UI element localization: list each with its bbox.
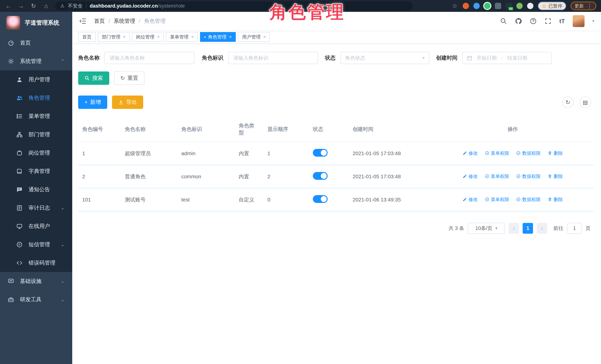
- sidebar-item-dev-tools[interactable]: 研发工具 ⌄: [0, 290, 72, 309]
- status-toggle-on[interactable]: [313, 195, 328, 203]
- sidebar-item-users[interactable]: 用户管理: [0, 70, 72, 89]
- edit-link[interactable]: 修改: [463, 173, 478, 179]
- tab-user[interactable]: 用户管理×: [238, 32, 270, 42]
- help-icon[interactable]: [530, 18, 537, 25]
- avatar-caret-icon[interactable]: ▾: [592, 19, 594, 23]
- extension-icon[interactable]: [463, 3, 469, 9]
- sidebar-item-roles[interactable]: 角色管理: [0, 89, 72, 107]
- close-icon[interactable]: ×: [157, 34, 160, 39]
- search-icon[interactable]: [500, 18, 507, 25]
- date-range-picker[interactable]: 开始日期 - 结束日期: [462, 52, 551, 64]
- sidebar-item-dict[interactable]: 字典管理: [0, 162, 72, 180]
- edit-link[interactable]: 修改: [463, 150, 478, 156]
- role-name-input[interactable]: [104, 52, 194, 64]
- tab-label: 部门管理: [102, 34, 120, 40]
- add-button[interactable]: + 新增: [78, 96, 107, 109]
- sidebar-item-posts[interactable]: 岗位管理: [0, 144, 72, 162]
- sidebar-item-online-users[interactable]: 在线用户: [0, 217, 72, 235]
- column-settings-button[interactable]: ▤: [580, 97, 591, 108]
- data-permission-link[interactable]: 数据权限: [516, 150, 541, 156]
- col-role-id: 角色编号: [78, 117, 121, 142]
- data-permission-link[interactable]: 数据权限: [516, 197, 541, 203]
- sidebar-item-label: 首页: [20, 39, 31, 47]
- current-page-button[interactable]: 1: [523, 223, 533, 234]
- close-icon[interactable]: ×: [123, 34, 126, 39]
- extension-tray: ☆ on ☺ 已暂停 更新 ⋮: [451, 2, 596, 10]
- sidebar-item-home[interactable]: 首页: [0, 34, 72, 52]
- home-icon[interactable]: ⌂: [43, 3, 50, 9]
- menu-permission-link[interactable]: 菜单权限: [485, 197, 509, 203]
- delete-link[interactable]: 删除: [548, 197, 563, 203]
- system-submenu: 用户管理 角色管理 菜单管理 部门管理 岗位管理 字典管理: [0, 70, 72, 272]
- data-permission-link[interactable]: 数据权限: [516, 173, 541, 179]
- sidebar-item-sms[interactable]: 短信管理 ⌄: [0, 235, 72, 254]
- refresh-table-button[interactable]: ↻: [562, 97, 574, 108]
- font-size-icon[interactable]: tT: [559, 18, 565, 25]
- tab-home[interactable]: 首页: [78, 32, 96, 42]
- close-icon[interactable]: ×: [263, 34, 266, 39]
- extension-icon[interactable]: on: [506, 3, 512, 9]
- status-toggle-on[interactable]: [313, 172, 328, 180]
- monitor-icon: [8, 278, 14, 284]
- status-select[interactable]: 角色状态 ▾: [341, 52, 429, 64]
- org-tree-icon: [16, 131, 23, 138]
- github-icon[interactable]: [515, 18, 522, 25]
- menu-permission-link[interactable]: 菜单权限: [485, 173, 509, 179]
- prev-page-button[interactable]: ‹: [509, 223, 519, 234]
- not-secure-label[interactable]: 不安全: [68, 3, 83, 9]
- search-button[interactable]: 搜索: [78, 71, 109, 85]
- close-icon[interactable]: ×: [191, 34, 194, 39]
- role-key-input[interactable]: [228, 52, 318, 64]
- export-button[interactable]: 导出: [112, 96, 143, 109]
- user-avatar[interactable]: [573, 15, 584, 27]
- reload-icon[interactable]: ↻: [30, 3, 37, 9]
- edit-link[interactable]: 修改: [463, 197, 478, 203]
- sidebar-item-audit-log[interactable]: 审计日志 ⌄: [0, 199, 72, 217]
- reset-button[interactable]: ↻ 重置: [114, 71, 144, 85]
- breadcrumb-system[interactable]: 系统管理: [114, 17, 135, 25]
- extension-icon[interactable]: [516, 3, 523, 9]
- back-icon[interactable]: ←: [5, 3, 12, 9]
- forward-icon[interactable]: →: [17, 3, 24, 9]
- bookmark-star-icon[interactable]: ☆: [451, 3, 458, 9]
- navbar-actions: tT ▾: [500, 15, 594, 27]
- sidebar-item-infrastructure[interactable]: 基础设施 ⌄: [0, 272, 72, 290]
- delete-link[interactable]: 删除: [548, 150, 563, 156]
- col-status: 状态: [309, 117, 349, 142]
- profile-paused-chip[interactable]: ☺ 已暂停: [538, 2, 566, 10]
- extension-icon[interactable]: [527, 3, 533, 9]
- tab-role-active[interactable]: ●角色管理×: [200, 32, 236, 42]
- breadcrumb-home[interactable]: 首页: [94, 17, 105, 25]
- add-label: 新增: [90, 98, 101, 106]
- address-bar[interactable]: ⚠ 不安全 dashboard.yudao.iocoder.cn/system/…: [55, 1, 413, 10]
- fullscreen-icon[interactable]: [544, 18, 551, 25]
- tab-menu[interactable]: 菜单管理×: [166, 32, 198, 42]
- sidebar-item-system[interactable]: 系统管理 ⌃: [0, 52, 72, 70]
- tab-post[interactable]: 岗位管理×: [132, 32, 164, 42]
- sidebar-fold-icon[interactable]: [79, 17, 87, 25]
- log-document-icon: [16, 205, 23, 211]
- extension-icon[interactable]: [473, 3, 480, 9]
- browser-menu-icon[interactable]: ⋮: [587, 3, 592, 9]
- goto-page-input[interactable]: [567, 223, 582, 234]
- extension-icon[interactable]: [484, 3, 491, 9]
- extension-icon[interactable]: [495, 3, 501, 9]
- sidebar-item-notice[interactable]: 通知公告: [0, 180, 72, 199]
- sidebar-logo[interactable]: 芋道管理系统: [0, 12, 72, 34]
- circle-check-icon: [516, 151, 521, 155]
- sidebar-item-menus[interactable]: 菜单管理: [0, 107, 72, 125]
- sidebar-item-depts[interactable]: 部门管理: [0, 125, 72, 144]
- update-chip[interactable]: 更新 ⋮: [571, 2, 596, 10]
- close-icon[interactable]: ×: [229, 34, 232, 39]
- cell-type: 内置: [235, 165, 263, 188]
- menu-permission-link[interactable]: 菜单权限: [485, 150, 509, 156]
- col-role-type: 角色类型: [235, 117, 263, 142]
- next-page-button[interactable]: ›: [537, 223, 547, 234]
- status-toggle-on[interactable]: [313, 149, 328, 157]
- role-name-label: 角色名称: [78, 54, 100, 62]
- sidebar-item-error-codes[interactable]: 错误码管理: [0, 254, 72, 272]
- page-size-select[interactable]: 10条/页 ▾: [468, 223, 505, 234]
- tab-label: 角色管理: [208, 34, 227, 40]
- delete-link[interactable]: 删除: [548, 173, 563, 179]
- tab-dept[interactable]: 部门管理×: [98, 32, 130, 42]
